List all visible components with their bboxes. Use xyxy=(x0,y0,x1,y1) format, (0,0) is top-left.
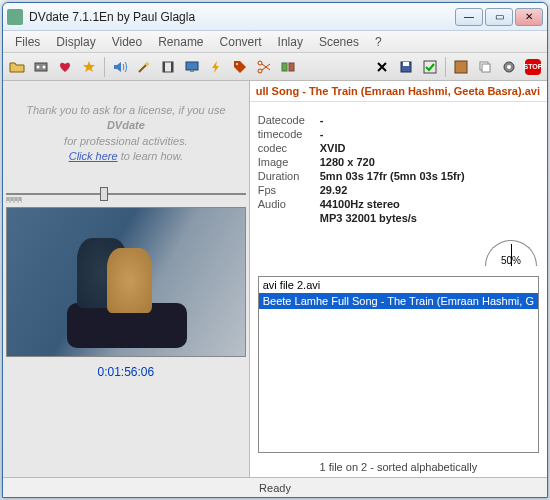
svg-point-9 xyxy=(258,61,262,65)
menu-convert[interactable]: Convert xyxy=(212,33,270,51)
timecode-label: timecode xyxy=(258,128,320,140)
codec-label: codec xyxy=(258,142,320,154)
check-icon[interactable] xyxy=(419,56,441,78)
list-status: 1 file on 2 - sorted alphabetically xyxy=(250,457,547,477)
favorite-star-icon[interactable] xyxy=(78,56,100,78)
svg-point-20 xyxy=(507,65,511,69)
trial-link[interactable]: Click here xyxy=(69,150,118,162)
close-button[interactable]: ✕ xyxy=(515,8,543,26)
app-icon xyxy=(7,9,23,25)
info-row-duration: Duration5mn 03s 17fr (5mn 03s 15fr) xyxy=(258,170,539,182)
list-item[interactable]: avi file 2.avi xyxy=(259,277,538,293)
gauge-needle xyxy=(511,244,512,266)
tag-icon[interactable] xyxy=(229,56,251,78)
datecode-value: - xyxy=(320,114,539,126)
datecode-label: Datecode xyxy=(258,114,320,126)
window-controls: — ▭ ✕ xyxy=(455,8,543,26)
audio-icon[interactable] xyxy=(109,56,131,78)
scissors-icon[interactable] xyxy=(253,56,275,78)
frames-icon[interactable] xyxy=(277,56,299,78)
video-preview[interactable] xyxy=(6,207,246,357)
audio2-value: MP3 32001 bytes/s xyxy=(320,212,539,224)
list-item[interactable]: Beete Lamhe Full Song - The Train (Emraa… xyxy=(259,293,538,309)
copy-icon[interactable] xyxy=(474,56,496,78)
fps-label: Fps xyxy=(258,184,320,196)
svg-rect-11 xyxy=(282,63,287,71)
minimize-button[interactable]: — xyxy=(455,8,483,26)
trial-product: DVdate xyxy=(107,119,145,131)
toolbar-separator xyxy=(104,57,105,77)
content-area: Thank you to ask for a license, if you u… xyxy=(3,81,547,477)
menu-display[interactable]: Display xyxy=(48,33,103,51)
svg-point-10 xyxy=(258,69,262,73)
svg-rect-5 xyxy=(171,62,173,72)
image-value: 1280 x 720 xyxy=(320,156,539,168)
svg-rect-12 xyxy=(289,63,294,71)
duration-value: 5mn 03s 17fr (5mn 03s 15fr) xyxy=(320,170,539,182)
right-pane: ull Song - The Train (Emraan Hashmi, Gee… xyxy=(250,81,547,477)
cassette-icon[interactable] xyxy=(30,56,52,78)
status-text: Ready xyxy=(259,482,291,494)
menu-rename[interactable]: Rename xyxy=(150,33,211,51)
image-label: Image xyxy=(258,156,320,168)
codec-value: XVID xyxy=(320,142,539,154)
delete-icon[interactable] xyxy=(371,56,393,78)
config-icon[interactable] xyxy=(450,56,472,78)
stop-icon[interactable]: STOP xyxy=(522,56,544,78)
file-list[interactable]: avi file 2.avi Beete Lamhe Full Song - T… xyxy=(258,276,539,453)
screen-icon[interactable] xyxy=(181,56,203,78)
current-file-name: ull Song - The Train (Emraan Hashmi, Gee… xyxy=(250,81,547,102)
trial-text3: to learn how. xyxy=(118,150,183,162)
fps-value: 29.92 xyxy=(320,184,539,196)
svg-rect-16 xyxy=(455,61,467,73)
open-folder-icon[interactable] xyxy=(6,56,28,78)
heart-icon[interactable] xyxy=(54,56,76,78)
timecode-value: - xyxy=(320,128,539,140)
preview-figure xyxy=(107,248,152,313)
menu-scenes[interactable]: Scenes xyxy=(311,33,367,51)
film-icon[interactable] xyxy=(157,56,179,78)
svg-rect-6 xyxy=(186,62,198,70)
titlebar: DVdate 7.1.1En by Paul Glagla — ▭ ✕ xyxy=(3,3,547,31)
audio2-label xyxy=(258,212,320,224)
info-row-fps: Fps29.92 xyxy=(258,184,539,196)
menubar: Files Display Video Rename Convert Inlay… xyxy=(3,31,547,53)
app-window: DVdate 7.1.1En by Paul Glagla — ▭ ✕ File… xyxy=(2,2,548,498)
toolbar-right: STOP xyxy=(370,56,545,78)
menu-video[interactable]: Video xyxy=(104,33,150,51)
menu-help[interactable]: ? xyxy=(367,33,390,51)
menu-files[interactable]: Files xyxy=(7,33,48,51)
window-title: DVdate 7.1.1En by Paul Glagla xyxy=(29,10,455,24)
svg-point-1 xyxy=(37,65,40,68)
toolbar-separator xyxy=(445,57,446,77)
audio-value: 44100Hz stereo xyxy=(320,198,539,210)
file-info: Datecode- timecode- codecXVID Image1280 … xyxy=(250,102,547,236)
trial-message: Thank you to ask for a license, if you u… xyxy=(3,89,249,175)
trial-text1: Thank you to ask for a license, if you u… xyxy=(26,104,225,116)
slider-thumb[interactable] xyxy=(100,187,108,201)
timeline-slider[interactable] xyxy=(6,189,246,207)
info-row-audio: Audio44100Hz stereo xyxy=(258,198,539,210)
menu-inlay[interactable]: Inlay xyxy=(270,33,311,51)
trial-text2: for professional activities. xyxy=(64,135,188,147)
preview-frame xyxy=(7,208,245,356)
wand-icon[interactable] xyxy=(133,56,155,78)
timecode-display: 0:01:56:06 xyxy=(98,365,155,379)
svg-point-8 xyxy=(236,63,238,65)
svg-rect-7 xyxy=(190,70,194,72)
svg-point-2 xyxy=(43,65,46,68)
duration-label: Duration xyxy=(258,170,320,182)
lightning-icon[interactable] xyxy=(205,56,227,78)
info-row-image: Image1280 x 720 xyxy=(258,156,539,168)
info-row-datecode: Datecode- xyxy=(258,114,539,126)
left-pane: Thank you to ask for a license, if you u… xyxy=(3,81,250,477)
svg-rect-15 xyxy=(424,61,436,73)
gear-icon[interactable] xyxy=(498,56,520,78)
info-row-audio2: MP3 32001 bytes/s xyxy=(258,212,539,224)
svg-rect-18 xyxy=(482,64,490,72)
slider-ticks xyxy=(6,197,22,203)
toolbar: STOP xyxy=(3,53,547,81)
svg-rect-4 xyxy=(163,62,165,72)
save-icon[interactable] xyxy=(395,56,417,78)
maximize-button[interactable]: ▭ xyxy=(485,8,513,26)
